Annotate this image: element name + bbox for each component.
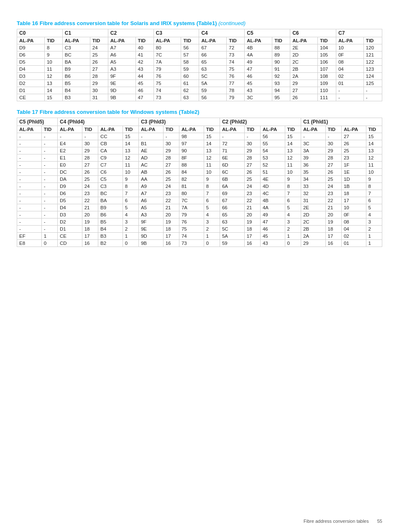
table-cell: 15 — [123, 133, 138, 140]
table-cell: 56 — [199, 94, 227, 101]
table-cell: 109 — [318, 80, 336, 87]
table-cell: 104 — [318, 44, 336, 51]
table-cell: 75 — [227, 66, 245, 73]
table-row: --D421B95A5217A566214A52E21105 — [17, 204, 382, 211]
table-cell: - — [17, 169, 42, 176]
table-cell: 29 — [90, 80, 108, 87]
t16-sh-alpa-3: AL-PA — [153, 37, 181, 44]
table-cell: 10 — [123, 169, 138, 176]
table-cell: B4 — [62, 87, 90, 94]
t17-sub-tid-0: TID — [41, 126, 57, 133]
table-cell: 43 — [136, 66, 153, 73]
table-row: EF1CE17B319D177415A174512A17021 — [17, 233, 382, 240]
table-cell: 24 — [90, 44, 108, 51]
table-row: E80CD16B209B1673059164302916011 — [17, 240, 382, 247]
table-cell: 2 — [285, 226, 301, 233]
table-cell: 18 — [244, 226, 260, 233]
table-cell: 23 — [325, 190, 341, 197]
table-cell: 15 — [366, 133, 382, 140]
table-cell: 0F — [341, 211, 366, 218]
table-cell: 13 — [204, 147, 220, 154]
t16-sh-tid-0: TID — [44, 37, 62, 44]
table-cell: D2 — [57, 218, 82, 226]
table-cell: 120 — [363, 44, 382, 51]
table-cell: - — [17, 211, 42, 218]
table-cell: 9 — [366, 176, 382, 183]
table-cell: 22 — [244, 197, 260, 204]
t17-sub-alpa-8: AL-PA — [341, 126, 366, 133]
table-cell: 7A — [179, 204, 204, 211]
table-cell: 6B — [220, 176, 244, 183]
table-cell: 16 — [163, 240, 179, 247]
table-cell: 3 — [123, 218, 138, 226]
table17-group-col-3: C2 (Phld2) — [220, 118, 301, 126]
table17-group-col-4: C1 (Phld1) — [301, 118, 382, 126]
table-cell: - — [336, 94, 363, 101]
table-cell: A6 — [138, 197, 163, 204]
table-cell: 3A — [301, 147, 325, 154]
table-cell: 111 — [318, 94, 336, 101]
table-cell: 1D — [341, 176, 366, 183]
table-cell: 80 — [179, 190, 204, 197]
table-cell: 4E — [260, 176, 285, 183]
table-cell: C7 — [98, 162, 123, 169]
table-cell: 6A — [220, 183, 244, 190]
table-cell: 23 — [244, 190, 260, 197]
table-cell: 97 — [179, 140, 204, 147]
table-cell: 12 — [204, 154, 220, 162]
table-cell: - — [17, 197, 42, 204]
table-cell: 31 — [90, 94, 108, 101]
table-cell: 21 — [82, 204, 98, 211]
table-cell: 01 — [336, 80, 363, 87]
table-cell: 10 — [341, 204, 366, 211]
table-cell: 9D — [108, 87, 136, 94]
table-cell: 7 — [366, 190, 382, 197]
table-cell: 27 — [325, 162, 341, 169]
table-cell: 21 — [244, 204, 260, 211]
table-cell: CA — [98, 147, 123, 154]
table-cell: 26 — [341, 140, 366, 147]
table-row: D114B4309D4674625978439427110-- — [17, 87, 382, 94]
table-cell: 7A — [153, 59, 181, 66]
table-cell: 11 — [204, 162, 220, 169]
table-cell: 107 — [318, 66, 336, 73]
table-cell: 19 — [325, 218, 341, 226]
t16-sh-tid-1: TID — [90, 37, 108, 44]
table-cell: 79 — [179, 211, 204, 218]
table-row: D411B927A3437959637547912B10704123 — [17, 66, 382, 73]
table-cell: 18 — [341, 190, 366, 197]
table-cell: 79 — [153, 66, 181, 73]
table-cell: 72 — [227, 44, 245, 51]
table17-group-col-1: C4 (Phld4) — [57, 118, 138, 126]
table-cell: 88 — [179, 162, 204, 169]
t17-sub-alpa-0: AL-PA — [17, 126, 42, 133]
table-cell: 76 — [179, 218, 204, 226]
table-cell: 9B — [138, 240, 163, 247]
table-cell: 29 — [82, 147, 98, 154]
table-cell: 27 — [244, 162, 260, 169]
table-cell: - — [17, 183, 42, 190]
table-cell: - — [17, 140, 42, 147]
table-cell: CE — [57, 233, 82, 240]
table-cell: 13 — [44, 80, 62, 87]
table-cell: 4C — [260, 190, 285, 197]
table-cell: 23 — [341, 154, 366, 162]
table-cell: - — [163, 133, 179, 140]
table17-body: ----CC15--9815--5615--2715--E430CB14B130… — [17, 133, 382, 247]
table-cell: - — [17, 218, 42, 226]
table16-continued: (continued) — [218, 20, 246, 26]
table-cell: 9 — [204, 176, 220, 183]
table-cell: - — [363, 87, 382, 94]
table-cell: 92 — [272, 73, 290, 80]
table-row: --D924C38A9248186A244D833241B8 — [17, 183, 382, 190]
table-cell: 74 — [179, 233, 204, 240]
table-cell: 19 — [82, 218, 98, 226]
table-cell: 26 — [90, 59, 108, 66]
t17-sub-tid-7: TID — [325, 126, 341, 133]
table-cell: 6 — [123, 197, 138, 204]
table-cell: 9F — [108, 73, 136, 80]
table-row: ----CC15--9815--5615--2715 — [17, 133, 382, 140]
table-cell: 74 — [227, 59, 245, 66]
table-cell: AE — [138, 147, 163, 154]
table-cell: - — [220, 133, 244, 140]
